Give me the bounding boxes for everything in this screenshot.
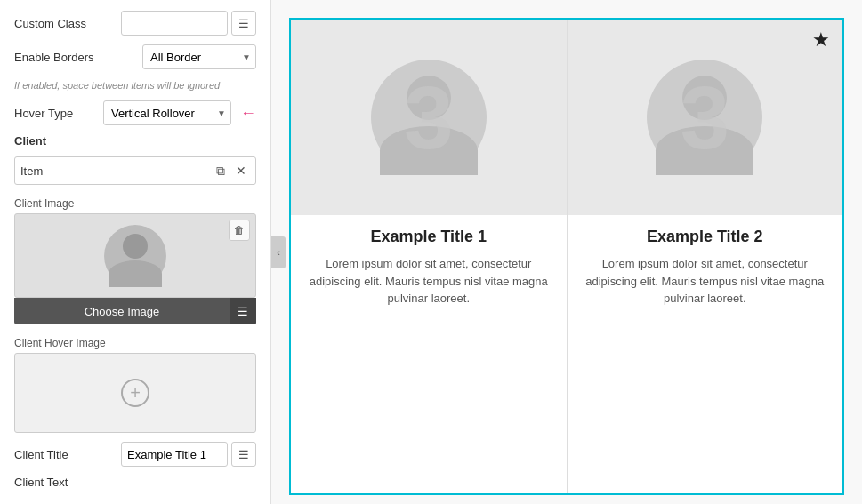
card-1-title: Example Title 1 (305, 228, 552, 246)
image-placeholder (104, 225, 166, 287)
card-2-title: Example Title 2 (582, 228, 829, 246)
list-icon: ☰ (238, 17, 249, 30)
hover-type-select-wrap: Vertical Rollover Horizontal Rollover Fa… (103, 100, 231, 125)
list-icon-2: ☰ (238, 305, 248, 318)
item-bar: Item ⧉ ✕ (14, 156, 256, 185)
custom-class-input[interactable] (121, 11, 228, 36)
custom-class-input-group: ☰ (121, 11, 256, 36)
card-2-text: Lorem ipsum dolor sit amet, consectetur … (582, 255, 829, 308)
enable-borders-row: Enable Borders All Border Top Bottom Non… (14, 44, 256, 69)
star-icon: ★ (812, 28, 830, 52)
list-icon-3: ☰ (238, 448, 249, 461)
custom-class-row: Custom Class ☰ (14, 11, 256, 36)
custom-class-icon-btn[interactable]: ☰ (231, 11, 256, 36)
left-panel: Custom Class ☰ Enable Borders All Border… (0, 0, 271, 504)
enable-borders-label: Enable Borders (14, 51, 94, 64)
client-card-1: 3 Example Title 1 Lorem ipsum dolor sit … (291, 20, 568, 493)
preview-area: 3 Example Title 1 Lorem ipsum dolor sit … (271, 0, 862, 504)
choose-image-label: Choose Image (14, 305, 230, 318)
card-2-number: 3 (680, 67, 729, 169)
enable-borders-select[interactable]: All Border Top Bottom None (142, 44, 256, 69)
choose-image-bar[interactable]: Choose Image ☰ (14, 298, 256, 324)
client-image-container: 🗑 (14, 213, 256, 298)
arrow-indicator: ← (240, 104, 256, 123)
close-icon: ✕ (236, 164, 246, 178)
client-hover-image-section: Client Hover Image + (14, 333, 256, 433)
close-item-button[interactable]: ✕ (232, 162, 250, 180)
client-card-2-image: 3 ★ (568, 20, 843, 215)
client-text-row: Client Text (14, 476, 256, 489)
image-delete-button[interactable]: 🗑 (229, 220, 250, 241)
copy-icon: ⧉ (216, 164, 225, 178)
note-text: If enabled, space between items will be … (14, 78, 256, 92)
hover-type-label: Hover Type (14, 107, 73, 120)
hover-image-container[interactable]: + (14, 353, 256, 433)
right-panel: ‹ 3 Example Title 1 Lorem ipsum dolor si… (271, 0, 862, 504)
client-card-1-body: Example Title 1 Lorem ipsum dolor sit am… (291, 215, 567, 493)
custom-class-label: Custom Class (14, 17, 86, 30)
client-title-input[interactable] (121, 442, 228, 467)
client-section-label: Client (14, 134, 256, 148)
client-image-label: Client Image (14, 197, 256, 210)
clients-grid: 3 Example Title 1 Lorem ipsum dolor sit … (289, 18, 844, 495)
hover-type-row: Hover Type Vertical Rollover Horizontal … (14, 100, 256, 125)
add-hover-image-icon: + (121, 379, 149, 407)
client-title-label: Client Title (14, 448, 68, 461)
client-card-1-image: 3 (291, 20, 567, 215)
client-title-icon-btn[interactable]: ☰ (231, 442, 256, 467)
copy-item-button[interactable]: ⧉ (213, 162, 229, 180)
client-card-2-body: Example Title 2 Lorem ipsum dolor sit am… (568, 215, 843, 493)
hover-type-select[interactable]: Vertical Rollover Horizontal Rollover Fa… (103, 100, 231, 125)
card-1-number: 3 (404, 67, 454, 169)
trash-icon: 🗑 (234, 224, 245, 236)
client-image-section: Client Image 🗑 Choose Image ☰ (14, 194, 256, 324)
client-hover-image-label: Client Hover Image (14, 337, 256, 349)
collapse-button[interactable]: ‹ (271, 236, 286, 268)
enable-borders-select-wrap: All Border Top Bottom None ▼ (142, 44, 256, 69)
item-bar-label: Item (20, 164, 209, 178)
choose-image-icon: ☰ (230, 298, 256, 324)
client-card-2: 3 ★ Example Title 2 Lorem ipsum dolor si… (568, 20, 843, 493)
client-title-input-group: ☰ (121, 442, 256, 467)
client-title-row: Client Title ☰ (14, 442, 256, 467)
card-1-text: Lorem ipsum dolor sit amet, consectetur … (305, 255, 552, 308)
client-text-label: Client Text (14, 476, 68, 489)
client-image-wrapper: 🗑 Choose Image ☰ (14, 213, 256, 324)
collapse-icon: ‹ (277, 247, 280, 258)
